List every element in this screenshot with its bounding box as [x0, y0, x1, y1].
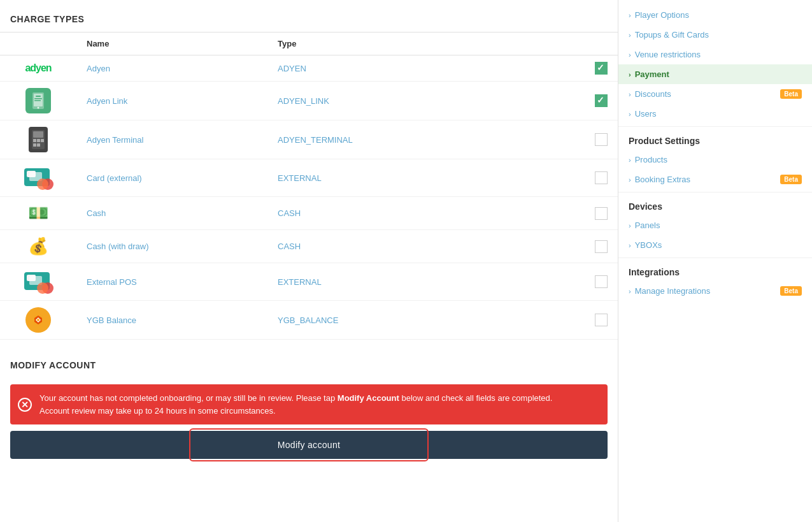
sidebar-item-users[interactable]: › Users	[618, 104, 812, 124]
charge-type-link[interactable]: Adyen Link	[87, 96, 127, 106]
sidebar-item-label: Products	[635, 155, 667, 164]
sidebar-item-panels[interactable]: › Panels	[618, 215, 812, 235]
sidebar-item-booking-extras[interactable]: › Booking Extras Beta	[618, 170, 812, 189]
sidebar-item-products[interactable]: › Products	[618, 150, 812, 170]
row-name-cell[interactable]: YGB Balance	[76, 301, 267, 340]
row-checkbox-cell[interactable]	[527, 159, 618, 197]
alert-bold: Modify Account	[338, 393, 399, 403]
charge-type-checkbox[interactable]	[595, 207, 608, 220]
sidebar-item-payment[interactable]: › Payment	[618, 64, 812, 84]
chevron-icon: ›	[629, 242, 631, 249]
charge-type-value: ADYEN_LINK	[278, 96, 329, 106]
chevron-icon: ›	[629, 222, 631, 229]
row-icon-cell	[0, 82, 76, 120]
row-name-cell[interactable]: Cash	[76, 197, 267, 230]
charge-type-link[interactable]: Adyen Terminal	[87, 135, 143, 145]
charge-type-link[interactable]: Cash (with draw)	[87, 242, 149, 251]
modify-account-button[interactable]: Modify account	[10, 431, 608, 459]
row-icon-cell	[0, 301, 76, 340]
sidebar-divider-3	[618, 257, 812, 258]
sidebar-item-label: Manage Integrations	[635, 286, 711, 296]
chevron-icon: ›	[629, 51, 631, 59]
charge-type-link[interactable]: Cash	[87, 208, 106, 218]
sidebar-item-label: Payment	[635, 69, 669, 79]
charge-type-value: CASH	[278, 208, 301, 218]
cash-icon: 💵	[28, 203, 48, 223]
sidebar-item-label: YBOXs	[635, 240, 662, 250]
row-name-cell[interactable]: Adyen Terminal	[76, 120, 267, 159]
row-type-cell: CASH	[267, 197, 527, 230]
alert-text-before: Your account has not completed onboardin…	[39, 393, 338, 403]
svg-rect-7	[33, 131, 43, 138]
charge-type-checkbox[interactable]	[595, 171, 608, 184]
charge-type-value: ADYEN_TERMINAL	[278, 135, 353, 145]
row-icon-cell: adyen	[0, 55, 76, 82]
col-check	[527, 33, 618, 55]
modify-account-section: MODIFY ACCOUNT ✕ Your account has not co…	[0, 352, 618, 478]
charge-type-link[interactable]: Adyen	[87, 64, 110, 73]
row-checkbox-cell[interactable]	[527, 197, 618, 230]
row-type-cell: ADYEN_LINK	[267, 82, 527, 120]
sidebar-item-venue-restrictions[interactable]: › Venue restrictions	[618, 45, 812, 64]
sidebar-item-left: › Products	[629, 155, 667, 164]
row-checkbox-cell[interactable]	[527, 82, 618, 120]
product-settings-header: Product Settings	[618, 129, 812, 150]
sidebar-divider-1	[618, 126, 812, 127]
row-type-cell: EXTERNAL	[267, 159, 527, 197]
table-row: Adyen Terminal ADYEN_TERMINAL	[0, 120, 618, 159]
alert-box: ✕ Your account has not completed onboard…	[10, 384, 608, 424]
sidebar-item-discounts[interactable]: › Discounts Beta	[618, 84, 812, 104]
chevron-icon: ›	[629, 156, 631, 164]
charge-type-link[interactable]: YGB Balance	[87, 315, 136, 325]
row-type-cell: YGB_BALANCE	[267, 301, 527, 340]
charge-type-link[interactable]: External POS	[87, 277, 137, 287]
row-type-cell: CASH	[267, 230, 527, 263]
charge-type-checkbox[interactable]	[595, 275, 608, 288]
row-name-cell[interactable]: Cash (with draw)	[76, 230, 267, 263]
charge-type-checkbox[interactable]	[595, 62, 608, 75]
main-content: CHARGE TYPES Name Type adyen Adyen ADYEN	[0, 0, 618, 522]
sidebar-item-left: › Player Options	[629, 10, 689, 20]
sidebar: › Player Options › Topups & Gift Cards ›…	[618, 0, 812, 522]
charge-type-value: CASH	[278, 242, 301, 251]
row-checkbox-cell[interactable]	[527, 230, 618, 263]
row-checkbox-cell[interactable]	[527, 55, 618, 82]
chevron-icon: ›	[629, 11, 631, 19]
table-row: 💵 Cash CASH	[0, 197, 618, 230]
row-name-cell[interactable]: Adyen Link	[76, 82, 267, 120]
svg-rect-5	[34, 100, 41, 101]
charge-types-section: CHARGE TYPES Name Type adyen Adyen ADYEN	[0, 6, 618, 340]
row-name-cell[interactable]: Card (external)	[76, 159, 267, 197]
modify-account-title: MODIFY ACCOUNT	[0, 352, 618, 378]
sidebar-item-left: › Venue restrictions	[629, 50, 701, 59]
modify-btn-container: Modify account	[10, 431, 608, 459]
sidebar-item-player-options[interactable]: › Player Options	[618, 5, 812, 25]
svg-point-2	[38, 107, 39, 109]
sidebar-divider-2	[618, 192, 812, 192]
row-name-cell[interactable]: Adyen	[76, 55, 267, 82]
table-row: Card (external) EXTERNAL	[0, 159, 618, 197]
card-icon	[23, 166, 53, 190]
svg-rect-8	[33, 139, 36, 142]
col-icon	[0, 33, 76, 55]
charge-type-checkbox[interactable]	[595, 314, 608, 326]
row-name-cell[interactable]: External POS	[76, 263, 267, 301]
sidebar-item-left: › Booking Extras	[629, 175, 690, 184]
charge-type-link[interactable]: Card (external)	[87, 173, 142, 183]
row-checkbox-cell[interactable]	[527, 263, 618, 301]
sidebar-item-yboxes[interactable]: › YBOXs	[618, 235, 812, 255]
charge-type-checkbox[interactable]	[595, 94, 608, 107]
sidebar-item-topups-gift-cards[interactable]: › Topups & Gift Cards	[618, 25, 812, 45]
chevron-icon: ›	[629, 287, 631, 295]
charge-type-checkbox[interactable]	[595, 133, 608, 146]
row-type-cell: ADYEN	[267, 55, 527, 82]
table-row: adyen Adyen ADYEN	[0, 55, 618, 82]
row-checkbox-cell[interactable]	[527, 120, 618, 159]
sidebar-item-manage-integrations[interactable]: › Manage Integrations Beta	[618, 281, 812, 301]
devices-header: Devices	[618, 195, 812, 215]
alert-icon: ✕	[18, 398, 32, 412]
charge-type-value: EXTERNAL	[278, 173, 322, 183]
sidebar-item-left: › Panels	[629, 221, 660, 230]
row-checkbox-cell[interactable]	[527, 301, 618, 340]
charge-type-checkbox[interactable]	[595, 240, 608, 253]
